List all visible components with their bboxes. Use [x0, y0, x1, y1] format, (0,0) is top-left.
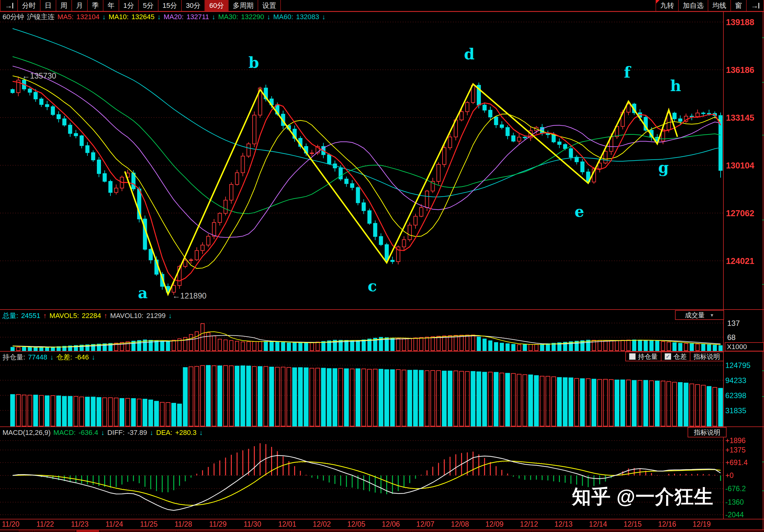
- macd-name-label: MACD(12,26,9): [3, 429, 51, 437]
- up-arrow-icon: ↑: [104, 312, 107, 320]
- zigzag-letter-d: d: [464, 45, 475, 63]
- taskbar-cell: [653, 530, 763, 532]
- date-label: 12/13: [554, 520, 573, 528]
- tab-weekly[interactable]: 周: [56, 0, 72, 11]
- button-window[interactable]: 窗: [730, 0, 746, 11]
- trading-app-window: { "toolbar": { "left_items": ["分时","日","…: [0, 0, 764, 532]
- ma10-label: MA10:: [108, 13, 129, 21]
- open-interest-header: 持仓量: 77448 ↓ 仓差: -646 ↓: [3, 352, 95, 362]
- price-axis-label: 133145: [726, 113, 754, 123]
- taskbar-cell: [177, 530, 290, 532]
- macd-axis-label: -1360: [725, 498, 744, 506]
- date-label: 11/28: [175, 520, 192, 528]
- date-label: 12/01: [278, 520, 296, 528]
- tab-intraday[interactable]: 分时: [17, 0, 40, 11]
- down-arrow-icon: ↓: [212, 13, 215, 21]
- indicator-selector-dropdown[interactable]: 成交量 ▼: [675, 310, 724, 320]
- total-volume-value: 24551: [21, 312, 40, 320]
- page-right-arrow-icon[interactable]: →: [746, 0, 764, 11]
- zigzag-letter-c: c: [368, 277, 377, 295]
- page-left-arrow-icon[interactable]: →: [0, 0, 17, 11]
- date-label: 12/19: [692, 520, 711, 528]
- taskbar-cell: [412, 530, 531, 532]
- checkbox-oi-diff[interactable]: ✓ 仓差: [661, 352, 690, 361]
- zigzag-letter-e: e: [575, 203, 584, 220]
- checkbox-unchecked-icon[interactable]: [629, 353, 636, 360]
- volume-axis-label: 68: [727, 333, 736, 341]
- button-ma-settings[interactable]: 均线: [708, 0, 730, 11]
- button-add-watchlist[interactable]: 加自选: [678, 0, 708, 11]
- down-arrow-icon: ↓: [150, 429, 153, 437]
- macd-axis-label: -2044: [725, 511, 744, 519]
- date-label: 12/12: [520, 520, 538, 528]
- date-label: 12/09: [485, 520, 503, 528]
- alert-notch-icon: [656, 0, 660, 3]
- price-axis-label: 139188: [726, 18, 754, 27]
- tab-monthly[interactable]: 月: [72, 0, 87, 11]
- oi-indicator-help-button[interactable]: 指标说明: [690, 352, 724, 361]
- button-nine-turn-label: 九转: [660, 1, 674, 10]
- volume-scale-label: X1000: [727, 343, 747, 351]
- macd-axis-label: +691.4: [725, 459, 748, 466]
- volume-axis-label: 137: [727, 319, 740, 328]
- mavol5-label: MAVOL5:: [49, 312, 79, 320]
- date-label: 11/23: [71, 520, 89, 528]
- top-toolbar: → 分时 日 周 月 季 年 1分 5分 15分 30分 60分 多周期 设置 …: [0, 0, 764, 12]
- down-arrow-icon: ↓: [168, 312, 172, 320]
- panel-frame: [0, 0, 764, 530]
- macd-axis-label: +1896: [725, 437, 746, 445]
- macd-value: -636.4: [79, 429, 98, 437]
- macd-axis-label: -676.2: [725, 484, 746, 493]
- open-interest-panel: [11, 365, 723, 426]
- tab-60min[interactable]: 60分: [204, 0, 228, 11]
- diff-value: -37.89: [127, 429, 147, 437]
- dea-value: +280.3: [175, 429, 197, 437]
- oi-axis-label: 124795: [725, 361, 750, 369]
- ma60-value: 132083: [296, 13, 319, 21]
- taskbar-cell-active: [77, 530, 99, 532]
- toolbar-spacer: [280, 0, 656, 11]
- down-arrow-icon: ↓: [267, 13, 271, 21]
- checkbox-checked-icon[interactable]: ✓: [665, 353, 671, 360]
- date-label: 12/06: [382, 520, 400, 528]
- tab-15min[interactable]: 15分: [158, 0, 181, 11]
- chart-canvas[interactable]: abcdefgh←135730←121890139188136186133145…: [0, 0, 764, 532]
- taskbar-cell: [100, 530, 176, 532]
- timeframe-label: 60分钟: [3, 12, 24, 22]
- price-axis-label: 136186: [726, 66, 754, 75]
- dea-label: DEA:: [156, 429, 172, 437]
- low-price-tag: ←121890: [172, 291, 206, 300]
- date-label: 12/15: [623, 520, 642, 528]
- down-arrow-icon: ↓: [50, 353, 54, 361]
- tab-yearly[interactable]: 年: [103, 0, 118, 11]
- tab-daily[interactable]: 日: [40, 0, 56, 11]
- down-arrow-icon: ↓: [322, 13, 325, 21]
- dropdown-triangle-icon: ▼: [710, 313, 714, 318]
- tab-1min[interactable]: 1分: [118, 0, 138, 11]
- mavol10-label: MAVOL10:: [110, 312, 143, 320]
- price-axis-label: 127062: [726, 209, 754, 218]
- price-axis-label: 130104: [726, 161, 754, 170]
- date-label: 11/24: [105, 520, 123, 528]
- button-nine-turn[interactable]: 九转: [656, 0, 678, 11]
- taskbar-cell: [34, 530, 75, 532]
- price-header: 60分钟 沪镍主连 MA5: 132104 ↓ MA10: 132645 ↓ M…: [3, 12, 325, 22]
- zigzag-letter-g: g: [658, 159, 669, 176]
- volume-panel: [11, 324, 722, 351]
- checkbox-open-interest[interactable]: 持仓量: [625, 352, 661, 361]
- symbol-label: 沪镍主连: [27, 12, 55, 22]
- diff-label: DIFF:: [107, 429, 124, 437]
- date-label: 12/08: [451, 520, 469, 528]
- date-label: 12/02: [313, 520, 331, 528]
- ma5-label: MA5:: [57, 13, 73, 21]
- tab-30min[interactable]: 30分: [181, 0, 204, 11]
- tab-5min[interactable]: 5分: [138, 0, 158, 11]
- tab-settings[interactable]: 设置: [258, 0, 280, 11]
- tab-quarterly[interactable]: 季: [87, 0, 103, 11]
- tab-multi-period[interactable]: 多周期: [228, 0, 258, 11]
- ma10-value: 132645: [131, 13, 154, 21]
- zigzag-letter-a: a: [138, 284, 148, 302]
- oi-value: 77448: [28, 353, 47, 361]
- oi-axis-label: 94233: [725, 376, 746, 385]
- macd-indicator-help-button[interactable]: 指标说明: [687, 427, 727, 438]
